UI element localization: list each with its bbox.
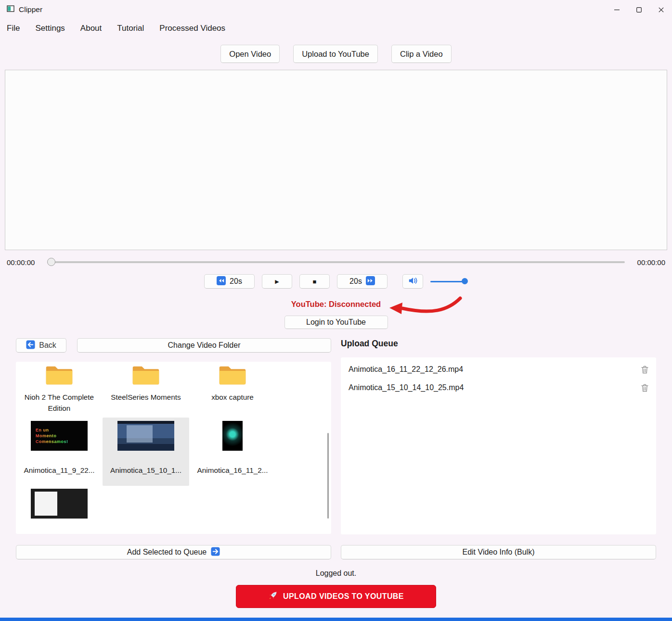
youtube-status-row: YouTube: Disconnected [0, 300, 672, 310]
upload-queue-column: Upload Queue Animotica_16_11_22_12_26.mp… [341, 338, 656, 559]
folder-item[interactable]: SteelSeries Moments [103, 364, 189, 403]
video-file-label: Animotica_11_9_22... [24, 466, 95, 475]
add-selected-label: Add Selected to Queue [127, 548, 207, 557]
volume-thumb[interactable] [462, 278, 468, 284]
folder-icon [131, 364, 161, 388]
minimize-button[interactable] [606, 0, 628, 19]
menu-processed-videos[interactable]: Processed Videos [159, 24, 225, 33]
open-video-button[interactable]: Open Video [220, 45, 280, 63]
thumbnail-text: En un [36, 428, 88, 432]
window-title: Clipper [19, 5, 42, 14]
back-arrow-icon [26, 340, 35, 351]
video-file-label: Animotica_15_10_1... [110, 466, 181, 475]
rewind-icon [217, 276, 226, 287]
stop-button[interactable]: ■ [299, 274, 330, 289]
back-button[interactable]: Back [16, 338, 66, 353]
trash-icon [641, 366, 648, 374]
login-to-youtube-button[interactable]: Login to YouTube [284, 316, 388, 329]
youtube-status-text: YouTube: Disconnected [291, 300, 381, 308]
play-button[interactable]: ▶ [262, 274, 292, 289]
upload-queue-panel: Animotica_16_11_22_12_26.mp4 Animotica_1… [341, 357, 656, 534]
folder-item[interactable]: xbox capture [189, 364, 276, 403]
upload-videos-to-youtube-button[interactable]: UPLOAD VIDEOS TO YOUTUBE [236, 585, 436, 608]
titlebar: Clipper [0, 0, 672, 19]
elapsed-time: 00:00:00 [7, 258, 41, 266]
mute-button[interactable] [402, 274, 423, 289]
folder-item[interactable]: Nioh 2 The Complete Edition [16, 364, 103, 414]
menu-file[interactable]: File [7, 24, 20, 33]
video-thumbnail: En un Momento Comensamos! [31, 421, 88, 451]
folder-icon [218, 364, 247, 388]
file-browser-panel: Nioh 2 The Complete Edition SteelSeries … [16, 362, 331, 534]
login-row: Login to YouTube [0, 316, 672, 329]
menu-about[interactable]: About [80, 24, 102, 33]
thumbnail-text: Momento [36, 433, 88, 438]
forward-20s-button[interactable]: 20s [337, 274, 388, 289]
video-thumbnail [31, 489, 88, 519]
folder-label: SteelSeries Moments [111, 392, 181, 403]
upload-videos-label: UPLOAD VIDEOS TO YOUTUBE [283, 592, 404, 601]
folder-label: Nioh 2 The Complete Edition [16, 392, 103, 414]
video-file-item-selected[interactable]: Animotica_15_10_1... [103, 418, 189, 486]
stop-icon: ■ [313, 279, 317, 285]
menu-tutorial[interactable]: Tutorial [117, 24, 144, 33]
add-arrow-icon [211, 547, 220, 558]
rewind-label: 20s [230, 277, 242, 286]
remove-from-queue-button[interactable] [641, 384, 648, 392]
rewind-20s-button[interactable]: 20s [204, 274, 255, 289]
change-video-folder-button[interactable]: Change Video Folder [77, 338, 331, 353]
queue-item: Animotica_16_11_22_12_26.mp4 [344, 360, 653, 379]
fast-forward-icon [366, 276, 375, 287]
forward-label: 20s [349, 277, 362, 286]
upload-queue-title: Upload Queue [341, 338, 656, 349]
menu-settings[interactable]: Settings [35, 24, 65, 33]
play-icon: ▶ [275, 279, 279, 284]
menubar: File Settings About Tutorial Processed V… [0, 19, 672, 38]
app-icon [7, 5, 14, 14]
add-selected-to-queue-button[interactable]: Add Selected to Queue [16, 545, 331, 559]
upload-to-youtube-button[interactable]: Upload to YouTube [293, 45, 378, 63]
top-toolbar: Open Video Upload to YouTube Clip a Vide… [0, 45, 672, 63]
queue-item: Animotica_15_10_14_10_25.mp4 [344, 379, 653, 397]
folder-label: xbox capture [211, 392, 254, 403]
folder-icon [44, 364, 74, 388]
login-status-text: Logged out. [0, 569, 672, 578]
close-button[interactable] [650, 0, 672, 19]
video-file-item[interactable]: En un Momento Comensamos! Animotica_11_9… [16, 418, 103, 486]
video-preview-surface [5, 70, 667, 250]
seek-slider[interactable] [47, 256, 625, 268]
video-thumbnail [222, 421, 243, 451]
queue-file-name: Animotica_15_10_14_10_25.mp4 [349, 383, 464, 392]
remove-from-queue-button[interactable] [641, 366, 648, 374]
video-file-item[interactable] [16, 485, 103, 519]
app-window: Clipper File Settings About Tutorial Pro… [0, 0, 672, 621]
close-icon [659, 7, 664, 13]
volume-slider[interactable] [430, 277, 468, 286]
upload-row: UPLOAD VIDEOS TO YOUTUBE [0, 585, 672, 608]
maximize-icon [636, 7, 642, 13]
minimize-icon [614, 7, 620, 13]
video-thumbnail [117, 421, 174, 451]
queue-file-name: Animotica_16_11_22_12_26.mp4 [349, 365, 463, 374]
thumbnail-text: Comensamos! [36, 439, 88, 444]
edit-video-info-bulk-button[interactable]: Edit Video Info (Bulk) [341, 545, 656, 559]
bottom-accent-bar [0, 618, 672, 621]
speaker-icon [408, 277, 418, 287]
video-file-item[interactable]: Animotica_16_11_2... [189, 418, 276, 486]
trash-icon [641, 384, 648, 392]
seek-track [47, 261, 625, 263]
rocket-icon [268, 591, 278, 602]
seek-row: 00:00:00 00:00:00 [0, 256, 672, 268]
clip-a-video-button[interactable]: Clip a Video [391, 45, 452, 63]
duration-time: 00:00:00 [631, 258, 665, 266]
file-browser-column: Back Change Video Folder Nioh 2 The Comp… [16, 338, 331, 559]
maximize-button[interactable] [628, 0, 650, 19]
playback-controls: 20s ▶ ■ 20s [0, 274, 672, 289]
back-label: Back [39, 341, 56, 350]
seek-thumb[interactable] [47, 258, 55, 266]
video-file-label: Animotica_16_11_2... [197, 466, 268, 475]
browser-scrollbar[interactable] [327, 433, 329, 519]
volume-track [430, 281, 465, 282]
main-area: Back Change Video Folder Nioh 2 The Comp… [0, 338, 672, 559]
